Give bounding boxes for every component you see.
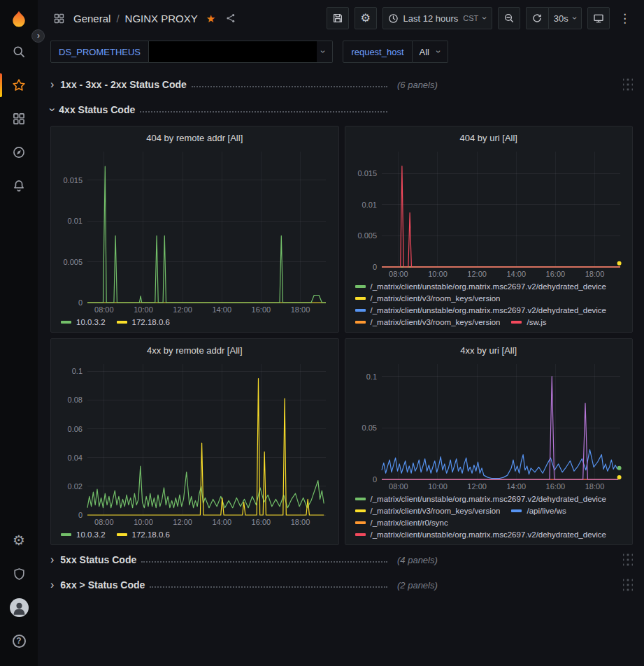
- row-panel-count: (2 panels): [397, 580, 438, 591]
- legend-item[interactable]: /_matrix/client/unstable/org.matrix.msc2…: [355, 495, 607, 503]
- panel-4xx-by-uri: 4xx by uri [All] 08:0010:0012:0014:0016:…: [345, 338, 634, 545]
- search-icon: [12, 45, 26, 59]
- timeseries-chart[interactable]: 08:0010:0012:0014:0016:0018:0000.0050.01…: [57, 146, 333, 315]
- legend-item[interactable]: /_matrix/client/unstable/org.matrix.msc2…: [355, 530, 607, 539]
- clock-icon: [388, 13, 399, 24]
- legend-label: /_matrix/client/unstable/org.matrix.msc2…: [371, 495, 607, 503]
- svg-text:16:00: 16:00: [252, 518, 271, 526]
- dashboard-row-6xx[interactable]: › 6xx > Status Code (2 panels): [50, 574, 633, 595]
- breadcrumb-dashboard-title[interactable]: NGINX PROXY: [125, 13, 198, 24]
- legend-label: 172.18.0.6: [132, 530, 170, 539]
- request-host-variable-value: All: [413, 47, 432, 57]
- sidebar-item-dashboards[interactable]: [0, 102, 38, 136]
- timeseries-chart[interactable]: 08:0010:0012:0014:0016:0018:0000.050.1: [351, 359, 627, 492]
- time-range-picker[interactable]: Last 12 hours CST ›: [382, 7, 492, 29]
- dashboard-row-5xx[interactable]: › 5xx Status Code (4 panels): [50, 549, 633, 570]
- chart-canvas: 08:0010:0012:0014:0016:0018:0000.020.040…: [57, 359, 333, 528]
- legend-item[interactable]: /api/live/ws: [511, 507, 566, 515]
- panel-404-by-uri: 404 by uri [All] 08:0010:0012:0014:0016:…: [345, 126, 634, 333]
- refresh-interval-select[interactable]: 30s ›: [548, 7, 582, 29]
- sidebar-expand-button[interactable]: ›: [31, 29, 45, 43]
- row-dots: [140, 107, 387, 113]
- sidebar-item-help[interactable]: ?: [0, 624, 38, 658]
- legend-label: 10.0.3.2: [76, 530, 106, 539]
- legend-item[interactable]: 172.18.0.6: [117, 318, 170, 326]
- sidebar-item-profile[interactable]: [0, 591, 38, 624]
- sidebar-item-configuration[interactable]: ⚙: [0, 523, 38, 557]
- svg-text:0.005: 0.005: [63, 258, 83, 266]
- request-host-variable-select[interactable]: All ›: [413, 41, 449, 63]
- legend-label: /_matrix/client/v3/room_keys/version: [371, 318, 501, 326]
- sidebar-item-explore[interactable]: [0, 136, 38, 169]
- kebab-menu-button[interactable]: ⋮: [615, 11, 634, 26]
- monitor-icon: [593, 13, 604, 24]
- svg-text:0.015: 0.015: [63, 176, 83, 184]
- dashboard-settings-button[interactable]: ⚙: [355, 7, 377, 29]
- panel-title[interactable]: 4xx by remote addr [All]: [51, 339, 338, 359]
- tv-mode-button[interactable]: [587, 7, 610, 29]
- datasource-variable-label[interactable]: DS_PROMETHEUS: [50, 41, 149, 63]
- panel-title[interactable]: 404 by remote addr [All]: [51, 126, 338, 146]
- legend-item[interactable]: /_matrix/client/unstable/org.matrix.msc2…: [355, 306, 607, 314]
- legend-item[interactable]: /_matrix/client/v3/room_keys/version: [355, 507, 501, 515]
- legend-item[interactable]: /_matrix/client/unstable/org.matrix.msc2…: [355, 282, 607, 291]
- row-panel-count: (6 panels): [397, 80, 438, 90]
- chevron-down-icon: ›: [436, 50, 441, 53]
- gear-icon: ⚙: [13, 533, 25, 547]
- legend-label: /_matrix/client/v3/room_keys/version: [371, 294, 501, 303]
- avatar: [10, 598, 29, 617]
- dashboard-row-1xx-3xx-2xx[interactable]: › 1xx - 3xx - 2xx Status Code (6 panels): [50, 74, 633, 95]
- apps-grid-icon: [52, 11, 66, 26]
- legend-label: /api/live/ws: [527, 507, 566, 515]
- sidebar-item-starred[interactable]: [0, 68, 38, 102]
- svg-text:18:00: 18:00: [585, 482, 604, 491]
- svg-text:12:00: 12:00: [173, 518, 192, 526]
- breadcrumb-section[interactable]: General: [73, 13, 110, 24]
- request-host-variable-label[interactable]: request_host: [343, 41, 412, 63]
- sidebar-item-server-admin[interactable]: [0, 557, 38, 591]
- sidebar-item-alerting[interactable]: [0, 169, 38, 203]
- panel-404-by-remote-addr: 404 by remote addr [All] 08:0010:0012:00…: [50, 126, 339, 333]
- row-title: 6xx > Status Code: [60, 579, 145, 591]
- legend-item[interactable]: 10.0.3.2: [61, 530, 106, 539]
- legend-item[interactable]: /_matrix/client/v3/room_keys/version: [355, 294, 501, 303]
- svg-text:16:00: 16:00: [252, 305, 271, 314]
- legend-swatch: [117, 533, 127, 536]
- row-title: 5xx Status Code: [60, 554, 136, 565]
- zoom-out-button[interactable]: [498, 7, 520, 29]
- row-dots: [141, 557, 387, 563]
- svg-text:0.05: 0.05: [362, 424, 376, 432]
- datasource-variable-select[interactable]: ›: [149, 41, 333, 63]
- legend-item[interactable]: /_matrix/client/r0/sync: [355, 519, 448, 527]
- legend-item[interactable]: 172.18.0.6: [117, 530, 170, 539]
- legend-label: /_matrix/client/v3/room_keys/version: [371, 507, 501, 515]
- panel-title[interactable]: 4xx by uri [All]: [345, 339, 633, 359]
- svg-text:18:00: 18:00: [291, 518, 310, 526]
- row-drag-handle[interactable]: [623, 553, 633, 567]
- refresh-button[interactable]: [526, 7, 548, 29]
- panel-grid: 404 by remote addr [All] 08:0010:0012:00…: [50, 126, 633, 545]
- timeseries-chart[interactable]: 08:0010:0012:0014:0016:0018:0000.020.040…: [57, 359, 333, 528]
- panel-title[interactable]: 404 by uri [All]: [345, 126, 633, 146]
- favorite-star-icon[interactable]: ★: [205, 12, 217, 25]
- share-dashboard-button[interactable]: [224, 11, 238, 25]
- gear-icon: ⚙: [360, 13, 370, 24]
- dashboard-row-4xx[interactable]: › 4xx Status Code: [50, 99, 633, 120]
- legend-swatch: [355, 285, 366, 288]
- legend-swatch: [355, 498, 366, 500]
- row-panel-count: (4 panels): [397, 555, 438, 565]
- row-drag-handle[interactable]: [623, 78, 633, 92]
- legend-item[interactable]: /sw.js: [511, 318, 546, 326]
- legend-item[interactable]: /_matrix/client/v3/room_keys/version: [355, 318, 501, 326]
- grafana-logo[interactable]: [0, 4, 38, 35]
- svg-text:14:00: 14:00: [212, 305, 231, 314]
- svg-text:14:00: 14:00: [212, 518, 231, 526]
- svg-text:10:00: 10:00: [428, 482, 448, 491]
- legend-swatch: [511, 321, 522, 324]
- timeseries-chart[interactable]: 08:0010:0012:0014:0016:0018:0000.0050.01…: [351, 146, 627, 280]
- legend-item[interactable]: 10.0.3.2: [61, 318, 106, 326]
- row-drag-handle[interactable]: [623, 578, 633, 592]
- svg-text:18:00: 18:00: [291, 305, 310, 314]
- sidebar-item-search[interactable]: [0, 35, 38, 68]
- save-dashboard-button[interactable]: [327, 7, 349, 29]
